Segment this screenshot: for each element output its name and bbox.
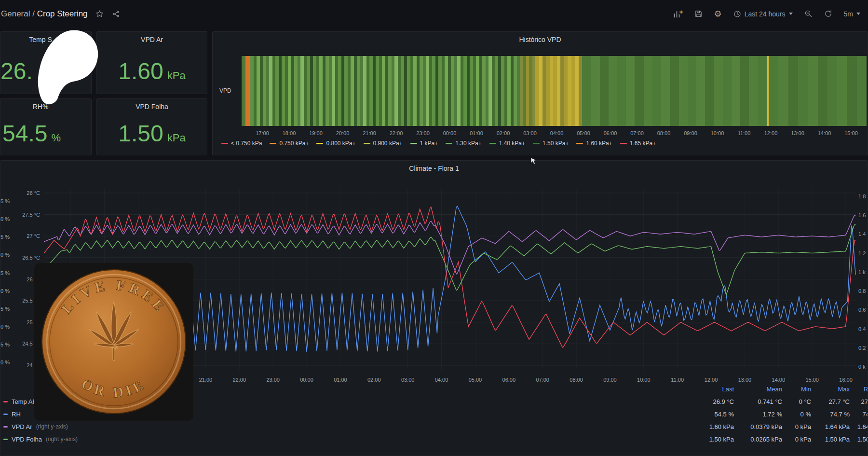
timeline-stripe: [609, 56, 617, 126]
x-tick-label: 01:00: [334, 377, 347, 383]
stat-min: 0 kPa: [782, 436, 811, 443]
x-tick-label: 05:00: [469, 377, 482, 383]
x-tick-label: 03:00: [523, 130, 537, 136]
dashboard-topbar: General / Crop Steering ⚙ Last 24 hours: [0, 0, 868, 28]
timeline-stripe: [847, 56, 856, 126]
timeline-region: [242, 56, 245, 126]
timeline-stripe: [571, 56, 575, 126]
series-toggle[interactable]: VPD Ar(right y-axis): [3, 423, 671, 430]
legend-label: < 0.750 kPa: [231, 140, 262, 147]
share-icon[interactable]: [112, 10, 120, 18]
historico-vpd-title[interactable]: Histórico VPD: [213, 36, 868, 43]
vpd-tick-label: 0 k: [858, 363, 868, 370]
stat-panel-vpd-folha-title[interactable]: VPD Folha: [97, 103, 207, 111]
occlusion-blob: [37, 29, 103, 108]
sort-header-range[interactable]: Range: [850, 386, 868, 393]
timeline-stripe: [778, 56, 788, 126]
timeline-stripe: [857, 56, 867, 126]
temp-tick-label: 26.5 °C: [15, 254, 40, 261]
breadcrumb[interactable]: General / Crop Steering: [0, 9, 88, 19]
legend-label: 1.60 kPa+: [586, 140, 612, 147]
x-tick-label: 11:00: [671, 377, 684, 383]
sort-header-last[interactable]: Last: [671, 386, 734, 393]
sort-header-mean[interactable]: Mean: [734, 386, 782, 393]
stat-rh-value: 54.5%: [2, 122, 61, 145]
legend-item[interactable]: 1.60 kPa+: [576, 140, 612, 147]
x-tick-label: 11:00: [738, 130, 751, 136]
stat-max: 74.7 %: [811, 411, 850, 418]
legend-item[interactable]: 0.750 kPa+: [270, 140, 309, 147]
timeline-stripe: [788, 56, 798, 126]
x-tick-label: 12:00: [705, 377, 718, 383]
x-tick-label: 19:00: [309, 130, 323, 136]
sort-header-min[interactable]: Min: [782, 386, 811, 393]
stat-panel-vpd-ar-title[interactable]: VPD Ar: [97, 36, 207, 43]
timeline-stripe: [568, 56, 571, 126]
time-range-picker[interactable]: Last 24 hours: [733, 10, 793, 18]
vpd-tick-label: 1 k: [858, 269, 868, 276]
vpd-tick-label: 0.4: [858, 326, 868, 332]
legend-color-dash: [620, 143, 627, 144]
timeline-stripe: [818, 56, 827, 126]
x-tick-label: 13:00: [791, 130, 804, 136]
legend-label: 1.65 kPa+: [630, 140, 656, 147]
save-dashboard-icon[interactable]: [694, 10, 703, 18]
x-tick-label: 23:00: [266, 377, 280, 383]
star-icon[interactable]: [95, 10, 104, 18]
timeline-stripe: [740, 56, 749, 126]
refresh-icon[interactable]: [824, 10, 832, 18]
legend-color-dash: [316, 143, 323, 144]
legend-item[interactable]: 1.40 kPa+: [489, 140, 525, 147]
series-axis-suffix: (right y-axis): [46, 436, 78, 442]
timeline-region: [535, 56, 582, 126]
stat-last: 26.9 °C: [671, 398, 734, 405]
legend-item[interactable]: 0.900 kPa+: [364, 140, 403, 147]
series-name: RH: [12, 411, 21, 418]
stat-mean: 0.741 °C: [734, 398, 782, 405]
dashboard-settings-icon[interactable]: ⚙: [714, 9, 722, 19]
timeline-stripe: [591, 56, 599, 126]
sort-header-max[interactable]: Max: [811, 386, 850, 393]
legend-item[interactable]: 1.30 kPa+: [446, 140, 481, 147]
timeline-stripe: [539, 56, 542, 126]
x-tick-label: 22:00: [233, 377, 246, 383]
x-tick-label: 15:00: [805, 377, 819, 383]
x-tick-label: 10:00: [711, 130, 724, 136]
humidity-tick-label: 5 %: [0, 270, 13, 276]
timeline-stripe: [550, 56, 553, 126]
vpd-tick-label: 1.2: [858, 250, 868, 257]
refresh-interval-dropdown[interactable]: 5m: [844, 10, 860, 18]
legend-color-dash: [533, 143, 540, 144]
x-tick-label: 21:00: [363, 130, 376, 136]
series-toggle[interactable]: VPD Folha(right y-axis): [3, 436, 671, 443]
breadcrumb-separator: /: [32, 9, 35, 18]
x-tick-label: 07:00: [536, 377, 549, 383]
legend-color-dash: [270, 143, 276, 144]
zoom-out-icon[interactable]: [804, 10, 813, 18]
legend-item[interactable]: < 0.750 kPa: [221, 140, 262, 147]
humidity-tick-label: 0 %: [0, 288, 13, 294]
breadcrumb-title[interactable]: Crop Steering: [37, 9, 88, 18]
topbar-controls: ⚙ Last 24 hours 5m: [673, 0, 860, 28]
x-tick-label: 00:00: [443, 130, 457, 136]
timeline-stripe: [546, 56, 549, 126]
legend-color-dash: [221, 143, 228, 144]
chevron-down-icon: [856, 13, 860, 15]
stat-min: 0 °C: [782, 398, 811, 405]
x-tick-label: 14:00: [818, 130, 831, 136]
stat-max: 1.64 kPa: [811, 423, 850, 430]
legend-item[interactable]: 1.65 kPa+: [620, 140, 656, 147]
timeline-stripe: [542, 56, 546, 126]
legend-item[interactable]: 1 kPa+: [410, 140, 438, 147]
vpd-tick-label: 0.2: [858, 345, 868, 351]
series-color-dash: [3, 414, 8, 415]
x-tick-label: 09:00: [684, 130, 697, 136]
add-panel-icon[interactable]: [673, 10, 683, 18]
timeline-stripe: [582, 56, 591, 126]
x-tick-label: 17:00: [256, 130, 269, 136]
climate-panel-title[interactable]: Climate - Flora 1: [0, 165, 868, 172]
legend-item[interactable]: 0.800 kPa+: [316, 140, 355, 147]
legend-item[interactable]: 1.50 kPa+: [533, 140, 569, 147]
humidity-tick-label: 5 %: [0, 341, 13, 348]
breadcrumb-folder[interactable]: General: [1, 9, 30, 18]
